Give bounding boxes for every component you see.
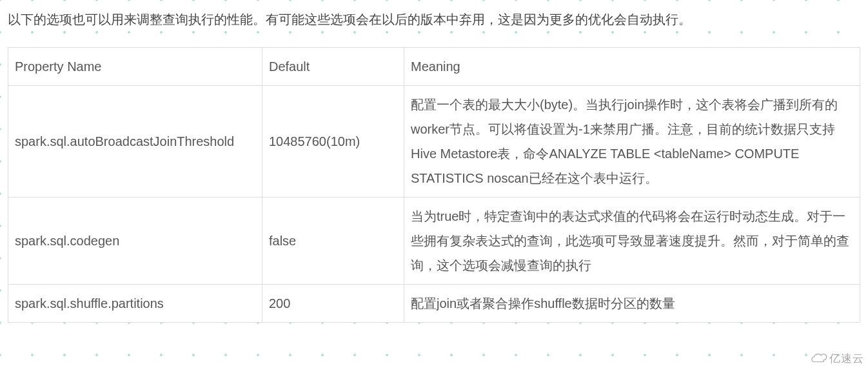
table-row: spark.sql.shuffle.partitions 200 配置join或… <box>8 285 860 323</box>
cell-default: 10485760(10m) <box>262 86 404 198</box>
cell-meaning: 配置join或者聚合操作shuffle数据时分区的数量 <box>404 285 860 323</box>
watermark: 亿速云 <box>811 351 864 366</box>
cell-meaning: 配置一个表的最大大小(byte)。当执行join操作时，这个表将会广播到所有的w… <box>404 86 860 198</box>
header-meaning: Meaning <box>404 48 860 86</box>
watermark-text: 亿速云 <box>829 351 864 366</box>
table-row: spark.sql.autoBroadcastJoinThreshold 104… <box>8 86 860 198</box>
cell-default: 200 <box>262 285 404 323</box>
header-default: Default <box>262 48 404 86</box>
cell-property: spark.sql.codegen <box>8 198 262 285</box>
table-header-row: Property Name Default Meaning <box>8 48 860 86</box>
cell-meaning: 当为true时，特定查询中的表达式求值的代码将会在运行时动态生成。对于一些拥有复… <box>404 198 860 285</box>
cell-property: spark.sql.autoBroadcastJoinThreshold <box>8 86 262 198</box>
properties-table: Property Name Default Meaning spark.sql.… <box>8 47 860 323</box>
cell-property: spark.sql.shuffle.partitions <box>8 285 262 323</box>
intro-paragraph: 以下的选项也可以用来调整查询执行的性能。有可能这些选项会在以后的版本中弃用，这是… <box>8 10 860 29</box>
cell-default: false <box>262 198 404 285</box>
table-row: spark.sql.codegen false 当为true时，特定查询中的表达… <box>8 198 860 285</box>
header-property-name: Property Name <box>8 48 262 86</box>
cloud-icon <box>811 352 827 365</box>
